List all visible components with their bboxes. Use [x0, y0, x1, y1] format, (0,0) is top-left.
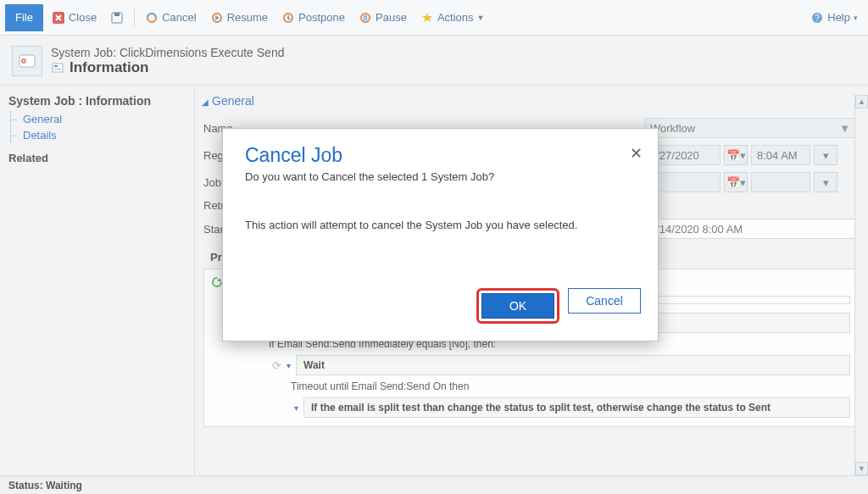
cancel-dialog-button[interactable]: Cancel — [568, 288, 641, 314]
close-icon: ✕ — [630, 145, 643, 162]
dialog-message: This action will attempt to cancel the S… — [245, 217, 584, 234]
dialog-close-button[interactable]: ✕ — [630, 144, 643, 163]
dialog-title: Cancel Job — [245, 144, 636, 167]
cancel-job-dialog: ✕ Cancel Job Do you want to Cancel the s… — [222, 128, 659, 341]
dialog-subtitle: Do you want to Cancel the selected 1 Sys… — [245, 170, 636, 183]
ok-button-highlight: OK — [476, 288, 559, 324]
ok-button[interactable]: OK — [481, 293, 554, 319]
